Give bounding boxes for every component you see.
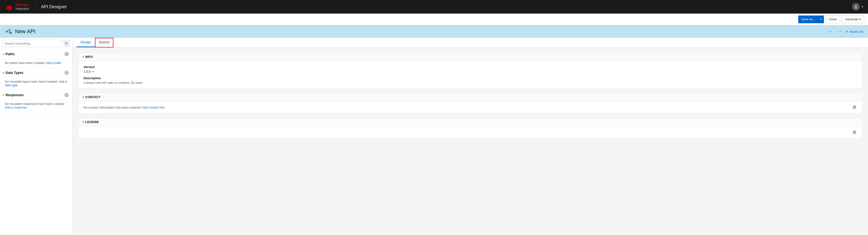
license-trash-icon [853,130,856,134]
user-avatar[interactable] [852,3,860,11]
close-button[interactable]: Close [826,16,840,23]
tab-design[interactable]: Design [76,38,95,47]
api-icon [5,28,12,35]
add-contact-link[interactable]: Add contact info [142,106,164,109]
save-as-dropdown-button[interactable]: ▾ [818,16,824,23]
add-response-icon [65,93,68,97]
responses-section: ▾ Responses No reusable responses have b… [0,90,72,112]
svg-point-1 [7,6,11,8]
info-section-header[interactable]: ▾ INFO [79,53,862,61]
nav-divider [35,3,35,10]
data-types-section: ▾ Data Types No reusable types have been… [0,68,72,90]
contact-section-header[interactable]: ▾ CONTACT [79,93,862,101]
left-sidebar: ▾ Paths No paths have been created. Add … [0,38,73,235]
main-content: ▾ Paths No paths have been created. Add … [0,38,868,235]
search-input[interactable] [2,40,61,47]
info-section: ▾ INFO Version 1.0.0 ✏ Description A bra… [79,52,862,89]
add-response-link[interactable]: Add a response [5,106,27,109]
issues-label: Issues (0) [849,30,863,33]
app-title: API Designer [41,4,67,9]
contact-delete-button[interactable] [852,105,857,111]
info-chevron-icon: ▾ [83,56,84,58]
svg-rect-20 [853,106,856,109]
tabs-bar: Design Source [73,38,868,48]
api-header: New API ← → ✔ Issues (0) [0,25,868,38]
api-header-left: New API [5,28,35,35]
contact-empty-text: No contact information has been entered.… [84,106,165,109]
info-section-body: Version 1.0.0 ✏ Description A brand new … [79,61,862,88]
add-data-type-button[interactable] [64,70,69,76]
paths-section: ▾ Paths No paths have been created. Add … [0,49,72,68]
top-navigation: Red Hat Integration API Designer ▾ [0,0,868,13]
nav-left: Red Hat Integration API Designer [5,2,67,11]
data-types-title: ▾ Data Types [3,71,24,75]
license-body [79,126,862,138]
contact-chevron-icon: ▾ [83,96,84,98]
responses-title: ▾ Responses [3,93,24,97]
license-section: ▾ LICENSE [79,117,862,139]
version-edit-icon[interactable]: ✏ [92,70,94,74]
undo-button[interactable]: ← [827,28,834,35]
user-icon [854,5,858,9]
add-data-type-icon [65,71,68,75]
license-delete-button[interactable] [852,129,857,136]
search-bar [0,38,72,49]
save-as-button-group: Save As... ▾ [798,16,824,23]
save-as-button[interactable]: Save As... [798,16,818,23]
red-hat-logo-icon [5,2,13,11]
add-path-link[interactable]: Add a path [46,61,61,65]
add-path-button[interactable] [64,51,69,57]
red-hat-logo: Red Hat Integration [5,2,29,11]
user-menu-caret[interactable]: ▾ [862,5,863,8]
license-chevron-icon: ▾ [83,121,84,123]
paths-content: No paths have been created. Add a path [0,59,72,68]
generate-caret-icon: ▾ [859,18,861,21]
generate-button[interactable]: Generate ▾ [842,16,864,23]
add-path-icon [65,52,68,56]
right-content: Design Source ▾ INFO Version 1.0.0 ✏ Des… [73,38,868,235]
paths-chevron-icon: ▾ [3,53,4,56]
contact-section: ▾ CONTACT No contact information has bee… [79,92,862,114]
data-types-content: No reusable types have been created. Add… [0,78,72,90]
api-header-right: ← → ✔ Issues (0) [827,28,863,35]
issues-badge[interactable]: ✔ Issues (0) [845,29,863,34]
search-button[interactable] [63,40,70,47]
svg-point-2 [855,5,857,7]
data-types-section-header[interactable]: ▾ Data Types [0,68,72,78]
trash-icon [853,106,856,109]
contact-body: No contact information has been entered.… [79,101,862,113]
nav-right: ▾ [852,3,863,11]
api-name: New API [15,28,35,35]
issues-check-icon: ✔ [845,29,848,34]
responses-section-header[interactable]: ▾ Responses [0,90,72,100]
tab-source[interactable]: Source [95,38,113,48]
toolbar: Save As... ▾ Close Generate ▾ [0,13,868,25]
add-response-button[interactable] [64,92,69,98]
paths-title: ▾ Paths [3,52,15,56]
paths-section-header[interactable]: ▾ Paths [0,49,72,59]
svg-point-9 [65,42,67,44]
design-content: ▾ INFO Version 1.0.0 ✏ Description A bra… [73,48,868,147]
description-label: Description [84,76,857,80]
license-section-header[interactable]: ▾ LICENSE [79,118,862,126]
version-label: Version [84,65,857,69]
description-value: A brand new API with no content. Go nuts… [84,81,857,85]
svg-rect-27 [853,131,856,134]
data-types-chevron-icon: ▾ [3,71,4,74]
responses-chevron-icon: ▾ [3,94,4,96]
redo-button[interactable]: → [836,28,843,35]
responses-content: No reusable responses have been created.… [0,100,72,112]
svg-line-10 [67,44,68,45]
search-icon [65,42,68,45]
version-value: 1.0.0 ✏ [84,70,857,74]
brand-text: Red Hat Integration [16,3,29,10]
